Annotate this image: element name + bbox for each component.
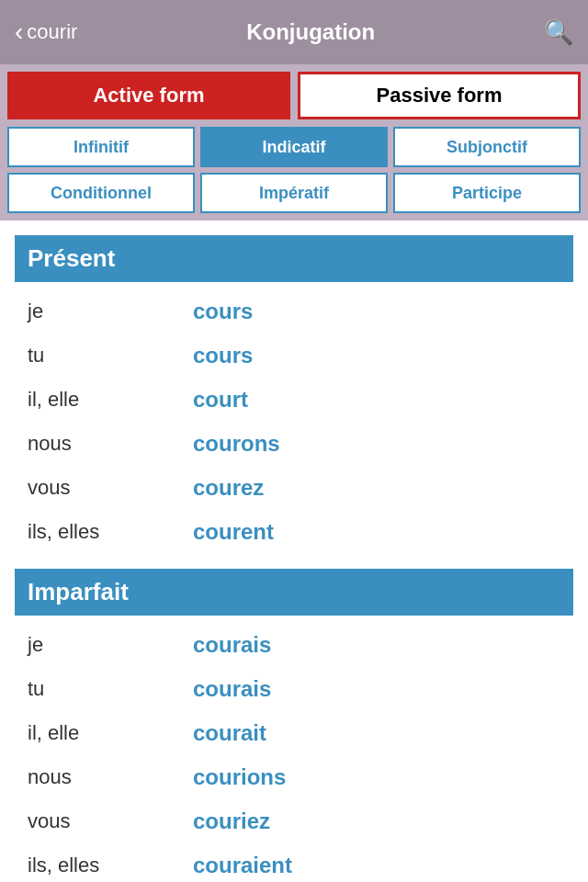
verb-form: courions — [193, 764, 286, 790]
verb-form: courais — [193, 632, 271, 658]
table-row: ils, elles courent — [15, 510, 573, 554]
verb-form: couraient — [193, 853, 292, 878]
tab-conditionnel[interactable]: Conditionnel — [7, 173, 195, 213]
table-row: vous courez — [15, 466, 573, 510]
tab-participe[interactable]: Participe — [393, 173, 581, 213]
pronoun: il, elle — [28, 388, 193, 412]
verb-form: court — [193, 387, 248, 413]
verb-form: cours — [193, 299, 253, 324]
verb-form: cours — [193, 343, 253, 368]
pronoun: je — [28, 300, 193, 323]
verb-form: couriez — [193, 808, 270, 834]
back-label: courir — [27, 20, 77, 44]
pronoun: il, elle — [28, 721, 193, 745]
pronoun: je — [28, 633, 193, 657]
verb-form: courais — [193, 676, 271, 702]
verb-form: courent — [193, 519, 274, 545]
back-icon: ‹ — [15, 17, 23, 47]
tab-indicatif[interactable]: Indicatif — [200, 127, 388, 167]
tab-subjonctif[interactable]: Subjonctif — [393, 127, 581, 167]
mode-tabs: Infinitif Indicatif Subjonctif Condition… — [0, 127, 588, 220]
pronoun: nous — [28, 765, 193, 789]
pronoun: nous — [28, 432, 193, 456]
table-row: tu cours — [15, 334, 573, 378]
present-section-header: Présent — [15, 235, 573, 282]
back-button[interactable]: ‹ courir — [15, 17, 77, 47]
pronoun: ils, elles — [28, 854, 193, 877]
pronoun: tu — [28, 344, 193, 368]
passive-form-button[interactable]: Passive form — [298, 72, 581, 119]
pronoun: tu — [28, 677, 193, 701]
verb-form: courons — [193, 431, 280, 457]
imparfait-section-header: Imparfait — [15, 569, 573, 616]
active-form-button[interactable]: Active form — [7, 72, 290, 119]
table-row: je courais — [15, 623, 573, 667]
pronoun: ils, elles — [28, 520, 193, 544]
table-row: tu courais — [15, 667, 573, 711]
page-title: Konjugation — [246, 19, 375, 45]
table-row: vous couriez — [15, 799, 573, 843]
search-button[interactable]: 🔍 — [544, 18, 573, 47]
conjugation-content: Présent je cours tu cours il, elle court… — [0, 220, 588, 882]
tab-infinitif[interactable]: Infinitif — [7, 127, 195, 167]
table-row: je cours — [15, 289, 573, 334]
pronoun: vous — [28, 476, 193, 500]
form-toggle: Active form Passive form — [0, 64, 588, 127]
verb-form: courait — [193, 720, 266, 746]
table-row: il, elle court — [15, 378, 573, 422]
header: ‹ courir Konjugation 🔍 — [0, 0, 588, 64]
table-row: nous courions — [15, 755, 573, 799]
table-row: nous courons — [15, 422, 573, 466]
table-row: ils, elles couraient — [15, 843, 573, 882]
table-row: il, elle courait — [15, 711, 573, 755]
verb-form: courez — [193, 475, 264, 501]
pronoun: vous — [28, 809, 193, 833]
tab-imperatif[interactable]: Impératif — [200, 173, 388, 213]
